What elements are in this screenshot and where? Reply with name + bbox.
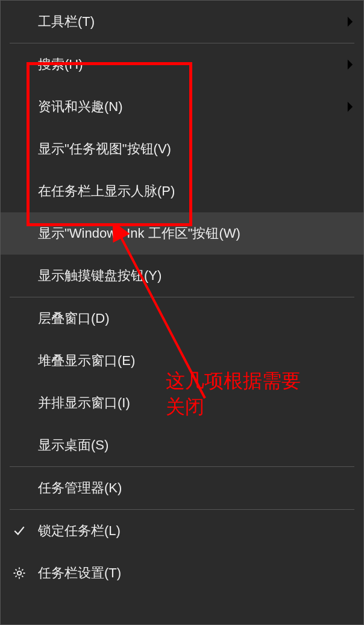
menu-item-cascade[interactable]: 层叠窗口(D) <box>1 297 363 340</box>
menu-label: 堆叠显示窗口(E) <box>38 352 337 370</box>
menu-label: 任务栏设置(T) <box>38 564 337 582</box>
menu-label: 显示桌面(S) <box>38 436 337 454</box>
menu-item-ink[interactable]: 显示"Windows Ink 工作区"按钮(W) <box>1 212 363 255</box>
menu-item-lock[interactable]: 锁定任务栏(L) <box>1 510 363 552</box>
chevron-right-icon <box>337 15 363 28</box>
menu-item-toolbars[interactable]: 工具栏(T) <box>1 1 363 43</box>
svg-point-0 <box>17 571 21 575</box>
menu-label: 搜索(H) <box>38 56 337 74</box>
chevron-right-icon <box>337 58 363 71</box>
menu-label: 任务管理器(K) <box>38 479 337 497</box>
taskbar-context-menu: 工具栏(T) 搜索(H) 资讯和兴趣(N) 显示"任务视图"按钮(V) 在任务栏… <box>0 0 364 625</box>
menu-item-taskview[interactable]: 显示"任务视图"按钮(V) <box>1 128 363 170</box>
menu-label: 层叠窗口(D) <box>38 309 337 328</box>
menu-label: 显示"任务视图"按钮(V) <box>38 140 337 158</box>
menu-item-news[interactable]: 资讯和兴趣(N) <box>1 86 363 128</box>
menu-label: 资讯和兴趣(N) <box>38 98 337 116</box>
check-icon <box>1 524 38 538</box>
menu-label: 显示触摸键盘按钮(Y) <box>38 267 337 285</box>
menu-label: 工具栏(T) <box>38 13 337 31</box>
menu-item-taskmgr[interactable]: 任务管理器(K) <box>1 467 363 509</box>
gear-icon <box>1 566 38 580</box>
menu-item-search[interactable]: 搜索(H) <box>1 43 363 86</box>
menu-item-stacked[interactable]: 堆叠显示窗口(E) <box>1 340 363 382</box>
menu-item-sidebyside[interactable]: 并排显示窗口(I) <box>1 382 363 424</box>
menu-item-people[interactable]: 在任务栏上显示人脉(P) <box>1 170 363 212</box>
menu-label: 并排显示窗口(I) <box>38 394 337 412</box>
menu-label: 锁定任务栏(L) <box>38 522 337 540</box>
menu-item-settings[interactable]: 任务栏设置(T) <box>1 552 363 594</box>
menu-label: 显示"Windows Ink 工作区"按钮(W) <box>38 224 337 243</box>
chevron-right-icon <box>337 100 363 113</box>
menu-item-desktop[interactable]: 显示桌面(S) <box>1 424 363 466</box>
menu-item-touchkb[interactable]: 显示触摸键盘按钮(Y) <box>1 255 363 297</box>
menu-label: 在任务栏上显示人脉(P) <box>38 182 337 200</box>
